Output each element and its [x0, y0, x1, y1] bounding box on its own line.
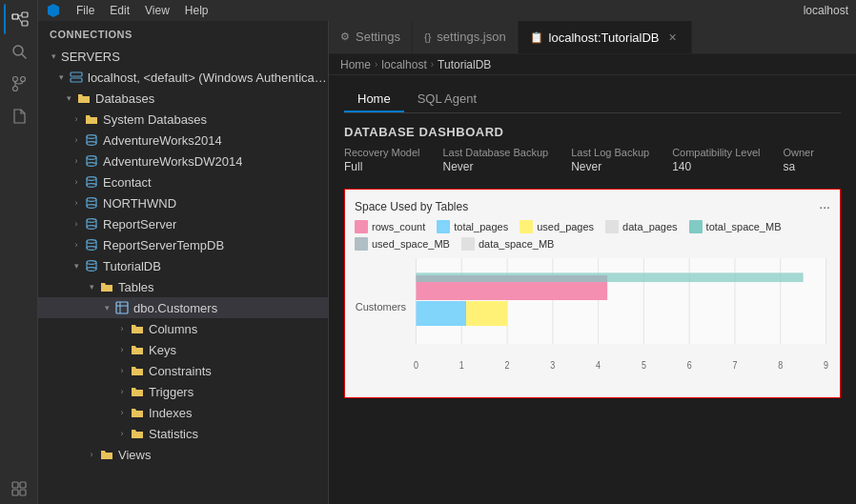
tree-item-databases[interactable]: Databases: [38, 88, 328, 109]
menu-view[interactable]: View: [137, 2, 177, 19]
legend-color: [689, 220, 703, 233]
arrow-keys: [114, 342, 130, 357]
arrow-adventureworksdw: [69, 153, 84, 169]
svg-point-27: [87, 240, 96, 244]
tree-item-customers[interactable]: dbo.Customers: [38, 297, 328, 318]
legend-color: [355, 220, 368, 233]
stat-value: 140: [672, 160, 760, 173]
svg-point-19: [87, 156, 96, 160]
label-views: Views: [118, 448, 151, 462]
menu-help[interactable]: Help: [177, 2, 216, 19]
tree-item-statistics[interactable]: Statistics: [38, 423, 328, 444]
tree-item-reportservertempdb[interactable]: ReportServerTempDB: [38, 234, 328, 255]
svg-rect-31: [116, 302, 128, 313]
arrow-econtact: [69, 174, 84, 190]
arrow-indexes: [114, 405, 130, 420]
label-adventureworksdw: AdventureWorksDW2014: [103, 154, 242, 169]
stat-label: Recovery Model: [344, 147, 419, 158]
label-columns: Columns: [149, 322, 197, 336]
stat-label: Last Database Backup: [442, 147, 548, 158]
label-statistics: Statistics: [149, 427, 198, 441]
chart-title-row: Space Used by Tables···: [355, 199, 830, 214]
icon-db: [84, 216, 99, 232]
label-triggers: Triggers: [149, 385, 194, 399]
legend-label: total_space_MB: [706, 221, 782, 232]
sub-tabs: HomeSQL Agent: [344, 87, 841, 113]
label-adventureworks: AdventureWorks2014: [103, 133, 222, 148]
tab-icon-tutorialdb: 📋: [530, 31, 543, 44]
connections-icon[interactable]: [4, 4, 34, 34]
sub-tab-home[interactable]: Home: [344, 87, 404, 112]
svg-point-28: [87, 247, 96, 251]
tree-item-keys[interactable]: Keys: [38, 339, 328, 360]
menu-bar: File Edit View Help localhost: [38, 0, 856, 21]
icon-folder: [130, 363, 145, 378]
svg-text:7: 7: [732, 360, 737, 372]
sidebar-content: SERVERSlocalhost, <default> (Windows Aut…: [38, 46, 328, 504]
stat-col-last-log-backup: Last Log BackupNever: [571, 147, 649, 173]
source-control-activity-icon[interactable]: [4, 69, 34, 99]
svg-rect-15: [71, 72, 82, 76]
tree-item-reportserver[interactable]: ReportServer: [38, 213, 328, 234]
tab-icon-settings-json: {}: [424, 31, 431, 43]
svg-point-24: [87, 205, 96, 209]
menu-edit[interactable]: Edit: [102, 2, 137, 19]
svg-rect-1: [22, 12, 28, 17]
sub-tab-sql-agent[interactable]: SQL Agent: [404, 87, 490, 112]
icon-db: [84, 174, 99, 190]
arrow-statistics: [114, 426, 130, 441]
breadcrumb-localhost[interactable]: localhost: [381, 58, 426, 71]
tab-label-settings-json: settings.json: [437, 30, 505, 44]
tree-item-adventureworks[interactable]: AdventureWorks2014: [38, 130, 328, 151]
tree-item-northwnd[interactable]: NORTHWND: [38, 192, 328, 213]
tree-item-econtact[interactable]: Econtact: [38, 171, 328, 192]
tab-settings-json[interactable]: {}settings.json: [413, 21, 519, 53]
arrow-constraints: [114, 363, 130, 378]
tab-settings[interactable]: ⚙Settings: [329, 21, 413, 53]
tab-icon-settings: ⚙: [340, 30, 350, 43]
tree-item-triggers[interactable]: Triggers: [38, 381, 328, 402]
tree-item-system-dbs[interactable]: System Databases: [38, 109, 328, 130]
icon-db: [84, 258, 99, 273]
stat-label: Compatibility Level: [672, 147, 760, 158]
tree-item-views[interactable]: Views: [38, 444, 328, 465]
svg-text:4: 4: [596, 360, 601, 372]
label-constraints: Constraints: [149, 364, 212, 378]
legend-item-used_pages: used_pages: [520, 220, 594, 233]
tab-tutorialdb[interactable]: 📋localhost:TutorialDB×: [519, 21, 693, 53]
extensions-activity-icon[interactable]: [4, 474, 34, 504]
stat-value: sa: [783, 160, 813, 173]
tree-item-constraints[interactable]: Constraints: [38, 360, 328, 381]
svg-rect-2: [22, 21, 28, 26]
tree-item-localhost[interactable]: localhost, <default> (Windows Authentica…: [38, 67, 328, 88]
icon-folder: [130, 342, 145, 357]
tab-close-tutorialdb[interactable]: ×: [664, 30, 680, 45]
legend-item-total_space_MB: total_space_MB: [689, 220, 782, 233]
svg-point-23: [87, 198, 96, 202]
section-title: DATABASE DASHBOARD: [344, 125, 841, 139]
tree-item-adventureworksdw[interactable]: AdventureWorksDW2014: [38, 151, 328, 171]
tree-item-indexes[interactable]: Indexes: [38, 402, 328, 423]
menu-file[interactable]: File: [69, 2, 102, 19]
stat-col-recovery-model: Recovery ModelFull: [344, 147, 419, 173]
svg-text:2: 2: [505, 360, 510, 372]
svg-point-18: [87, 142, 96, 146]
file-activity-icon[interactable]: [4, 101, 34, 131]
svg-rect-12: [20, 482, 26, 488]
svg-point-9: [20, 77, 25, 82]
stat-value: Never: [571, 160, 649, 173]
tree-item-tutorialdb[interactable]: TutorialDB: [38, 255, 328, 276]
arrow-views: [84, 447, 99, 462]
tree-item-servers[interactable]: SERVERS: [38, 46, 328, 67]
svg-point-22: [87, 184, 96, 188]
legend-label: total_pages: [454, 221, 508, 232]
stat-col-compatibility-level: Compatibility Level140: [672, 147, 760, 173]
search-activity-icon[interactable]: [4, 36, 34, 67]
sidebar-header: CONNECTIONS: [38, 21, 328, 46]
tree-item-columns[interactable]: Columns: [38, 318, 328, 339]
chart-y-label: Customers: [355, 258, 412, 373]
tree-item-tables[interactable]: Tables: [38, 276, 328, 297]
breadcrumb-home[interactable]: Home: [340, 58, 371, 71]
chart-more-button[interactable]: ···: [819, 199, 830, 214]
arrow-columns: [114, 321, 130, 336]
